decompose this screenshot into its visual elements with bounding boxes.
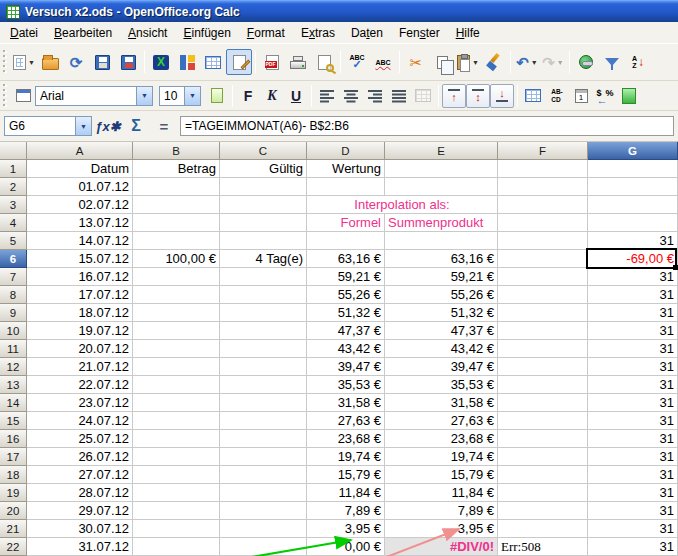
cell-F11[interactable] <box>498 340 588 358</box>
date-format-button[interactable]: 1 <box>569 84 593 108</box>
redo-button[interactable]: ↷▼ <box>540 49 566 75</box>
auto-spellcheck-button[interactable]: ABC <box>370 49 396 75</box>
sort-ascending-button[interactable]: AZ ↓ <box>625 49 651 75</box>
name-box[interactable]: G6 ▼ <box>4 116 92 136</box>
cell-A7[interactable]: 16.07.12 <box>27 268 133 286</box>
cell-E15[interactable]: 27,63 € <box>385 412 498 430</box>
cell-G15[interactable]: 31 <box>588 412 678 430</box>
cell-A4[interactable]: 13.07.12 <box>27 214 133 232</box>
currency-format-button[interactable]: $%← <box>593 84 617 108</box>
cell-G22[interactable]: 31 <box>588 538 678 556</box>
cell-A18[interactable]: 27.07.12 <box>27 466 133 484</box>
cell-E11[interactable]: 43,42 € <box>385 340 498 358</box>
cell-C20[interactable] <box>220 502 307 520</box>
cell-F4[interactable] <box>498 214 588 232</box>
cell-C8[interactable] <box>220 286 307 304</box>
font-size-combo[interactable]: 10 ▼ <box>159 86 201 106</box>
cell-F22[interactable]: Err:508 <box>498 538 588 556</box>
cell-G16[interactable]: 31 <box>588 430 678 448</box>
cell-C18[interactable] <box>220 466 307 484</box>
formula-input[interactable]: =TAGEIMMONAT(A6)- B$2:B6 <box>180 116 674 136</box>
cell-A16[interactable]: 25.07.12 <box>27 430 133 448</box>
cell-B7[interactable] <box>133 268 220 286</box>
chevron-down-icon[interactable]: ▼ <box>136 87 152 105</box>
menu-datei[interactable]: Datei <box>2 23 46 43</box>
row-header-5[interactable]: 5 <box>0 232 27 250</box>
cell-C2[interactable] <box>220 178 307 196</box>
cell-B14[interactable] <box>133 394 220 412</box>
cell-C17[interactable] <box>220 448 307 466</box>
cell-B1[interactable]: Betrag <box>133 160 220 178</box>
cell-D10[interactable]: 47,37 € <box>307 322 385 340</box>
cell-F1[interactable] <box>498 160 588 178</box>
row-header-12[interactable]: 12 <box>0 358 27 376</box>
column-header-C[interactable]: C <box>220 142 307 160</box>
cell-D7[interactable]: 59,21 € <box>307 268 385 286</box>
cell-C1[interactable]: Gültig <box>220 160 307 178</box>
cell-D21[interactable]: 3,95 € <box>307 520 385 538</box>
copy-button[interactable] <box>429 49 455 75</box>
cell-B22[interactable] <box>133 538 220 556</box>
menu-daten[interactable]: Daten <box>343 23 391 43</box>
cell-B21[interactable] <box>133 520 220 538</box>
cell-E6[interactable]: 63,16 € <box>385 250 498 268</box>
cell-G20[interactable]: 31 <box>588 502 678 520</box>
cell-D2[interactable] <box>307 178 385 196</box>
row-header-13[interactable]: 13 <box>0 376 27 394</box>
cell-A3[interactable]: 02.07.12 <box>27 196 133 214</box>
cell-F7[interactable] <box>498 268 588 286</box>
cell-G14[interactable]: 31 <box>588 394 678 412</box>
cell-G7[interactable]: 31 <box>588 268 678 286</box>
cell-E19[interactable]: 11,84 € <box>385 484 498 502</box>
cell-D11[interactable]: 43,42 € <box>307 340 385 358</box>
cell-D12[interactable]: 39,47 € <box>307 358 385 376</box>
excel-button[interactable]: X <box>148 49 174 75</box>
cell-A11[interactable]: 20.07.12 <box>27 340 133 358</box>
cell-E10[interactable]: 47,37 € <box>385 322 498 340</box>
cell-E9[interactable]: 51,32 € <box>385 304 498 322</box>
cell-D4[interactable]: Formel <box>307 214 385 232</box>
function-wizard-button[interactable]: ƒx✱ <box>96 114 120 138</box>
cell-G4[interactable] <box>588 214 678 232</box>
cell-D17[interactable]: 19,74 € <box>307 448 385 466</box>
cell-E17[interactable]: 19,74 € <box>385 448 498 466</box>
cell-C13[interactable] <box>220 376 307 394</box>
cell-F12[interactable] <box>498 358 588 376</box>
cell-E14[interactable]: 31,58 € <box>385 394 498 412</box>
font-name-combo[interactable]: Arial ▼ <box>35 86 153 106</box>
reload-button[interactable]: ⟳ <box>63 49 89 75</box>
wrap-text-button[interactable]: AB-CD <box>545 84 569 108</box>
cell-G9[interactable]: 31 <box>588 304 678 322</box>
cell-B20[interactable] <box>133 502 220 520</box>
cell-F9[interactable] <box>498 304 588 322</box>
cell-B11[interactable] <box>133 340 220 358</box>
cell-E4[interactable]: Summenprodukt <box>385 214 498 232</box>
cell-A6[interactable]: 15.07.12 <box>27 250 133 268</box>
row-header-20[interactable]: 20 <box>0 502 27 520</box>
row-header-18[interactable]: 18 <box>0 466 27 484</box>
cell-C5[interactable] <box>220 232 307 250</box>
cell-D20[interactable]: 7,89 € <box>307 502 385 520</box>
select-all-corner[interactable] <box>0 142 27 160</box>
cell-G17[interactable]: 31 <box>588 448 678 466</box>
cell-E13[interactable]: 35,53 € <box>385 376 498 394</box>
menu-hilfe[interactable]: Hilfe <box>448 23 488 43</box>
cell-A22[interactable]: 31.07.12 <box>27 538 133 556</box>
function-button[interactable]: = <box>152 114 176 138</box>
cell-D19[interactable]: 11,84 € <box>307 484 385 502</box>
underline-button[interactable]: U <box>284 84 308 108</box>
document-button[interactable] <box>205 84 229 108</box>
row-header-3[interactable]: 3 <box>0 196 27 214</box>
bold-button[interactable]: F <box>236 84 260 108</box>
format-paintbrush-button[interactable] <box>481 49 507 75</box>
cell-B10[interactable] <box>133 322 220 340</box>
cell-E7[interactable]: 59,21 € <box>385 268 498 286</box>
cell-A10[interactable]: 19.07.12 <box>27 322 133 340</box>
column-header-A[interactable]: A <box>27 142 133 160</box>
cell-D18[interactable]: 15,79 € <box>307 466 385 484</box>
cell-C7[interactable] <box>220 268 307 286</box>
row-header-22[interactable]: 22 <box>0 538 27 556</box>
cell-F6[interactable] <box>498 250 588 268</box>
cell-A12[interactable]: 21.07.12 <box>27 358 133 376</box>
align-top-button[interactable]: ↑ <box>442 84 466 108</box>
